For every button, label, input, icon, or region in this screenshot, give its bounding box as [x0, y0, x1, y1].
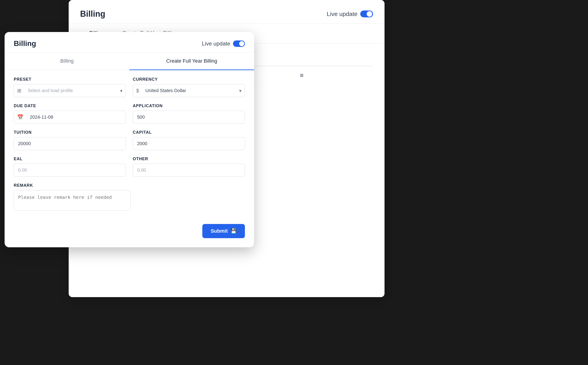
other-label: OTHER — [133, 157, 245, 161]
bg-live-update-label: Live update — [327, 11, 357, 18]
eal-input[interactable] — [14, 164, 126, 177]
form-group-preset: PRESET ⊞ ▾ — [14, 77, 126, 97]
form-group-remark: REMARK — [14, 183, 131, 211]
form-row-tuition-capital: TUITION CAPITAL — [14, 130, 245, 150]
eal-label: EAL — [14, 157, 126, 161]
capital-input[interactable] — [133, 137, 245, 150]
duedate-label: DUE DATE — [14, 104, 126, 108]
capital-label: CAPITAL — [133, 130, 245, 135]
form-group-capital: CAPITAL — [133, 130, 245, 150]
submit-button[interactable]: Submit 💾 — [202, 224, 245, 238]
billing-modal: Billing Live update Billing Create Full … — [5, 32, 254, 247]
modal-header: Billing Live update — [5, 32, 254, 53]
save-icon: 💾 — [231, 228, 237, 234]
preset-chevron-icon: ▾ — [117, 88, 126, 93]
modal-tabs: Billing Create Full Year Billing — [5, 53, 254, 70]
preset-select-wrapper[interactable]: ⊞ ▾ — [14, 84, 126, 97]
modal-tab-fullyear[interactable]: Create Full Year Billing — [129, 53, 254, 70]
preset-label: PRESET — [14, 77, 126, 82]
form-row-remark: REMARK — [14, 183, 131, 211]
bg-live-update-toggle[interactable] — [360, 11, 373, 17]
modal-title: Billing — [14, 39, 36, 48]
modal-tab-billing[interactable]: Billing — [5, 53, 129, 70]
preset-grid-icon: ⊞ — [14, 88, 24, 94]
currency-select-wrapper[interactable]: $ ▾ — [133, 84, 245, 97]
form-row-preset-currency: PRESET ⊞ ▾ CURRENCY $ ▾ — [14, 77, 245, 97]
form-group-application: APPLICATION — [133, 104, 245, 124]
form-group-other: OTHER — [133, 157, 245, 177]
duedate-input[interactable] — [27, 111, 126, 123]
form-row-eal-other: EAL OTHER — [14, 157, 245, 177]
bg-card-header: Billing Live update — [69, 0, 385, 24]
tuition-label: TUITION — [14, 130, 126, 135]
bg-hamburger-icon[interactable]: ≡ — [300, 72, 373, 79]
application-input[interactable] — [133, 111, 245, 124]
currency-select[interactable] — [142, 84, 236, 97]
form-group-eal: EAL — [14, 157, 126, 177]
form-group-duedate: DUE DATE 📅 — [14, 104, 126, 124]
modal-live-update-toggle[interactable] — [233, 41, 245, 47]
bg-card-title: Billing — [80, 9, 105, 19]
currency-chevron-icon: ▾ — [236, 88, 245, 93]
currency-dollar-icon: $ — [133, 88, 142, 94]
calendar-icon: 📅 — [14, 114, 27, 120]
preset-select[interactable] — [24, 84, 117, 97]
bg-live-update: Live update — [327, 11, 373, 18]
submit-label: Submit — [211, 228, 228, 234]
tuition-input[interactable] — [14, 137, 126, 150]
modal-footer: Submit 💾 — [5, 217, 254, 238]
modal-body: PRESET ⊞ ▾ CURRENCY $ ▾ DUE DATE — [5, 77, 254, 211]
form-group-tuition: TUITION — [14, 130, 126, 150]
duedate-input-wrapper[interactable]: 📅 — [14, 111, 126, 124]
modal-live-update: Live update — [202, 41, 245, 47]
other-input[interactable] — [133, 164, 245, 177]
form-row-duedate-application: DUE DATE 📅 APPLICATION — [14, 104, 245, 124]
remark-textarea[interactable] — [14, 190, 131, 211]
currency-label: CURRENCY — [133, 77, 245, 82]
application-label: APPLICATION — [133, 104, 245, 108]
remark-label: REMARK — [14, 183, 131, 188]
form-group-currency: CURRENCY $ ▾ — [133, 77, 245, 97]
modal-live-update-label: Live update — [202, 41, 230, 47]
